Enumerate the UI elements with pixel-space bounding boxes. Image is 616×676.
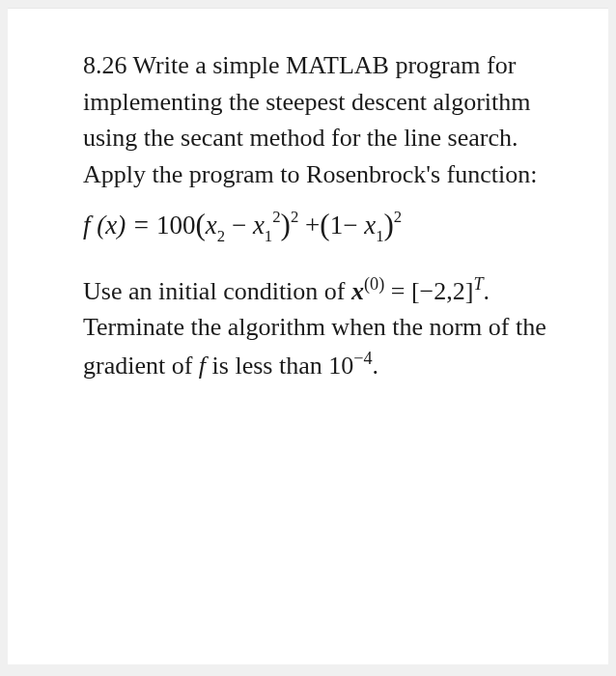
formula-coeff: 100 [156,211,196,239]
document-page: 8.26 Write a simple MATLAB program for i… [8,8,608,664]
problem-number: 8.26 [83,51,127,79]
tolerance: 10−4 [328,352,372,380]
formula-lhs: f (x) = [83,211,150,239]
cond-text-d: is less than [206,352,328,380]
formula-x1: x [364,211,376,239]
problem-intro: Write a simple MATLAB program for implem… [83,51,537,188]
formula-x1sq: x [253,211,265,239]
problem-statement: 8.26 Write a simple MATLAB program for i… [83,47,550,193]
f-symbol: f [199,352,206,380]
x0-super: (0) [364,274,384,294]
x0-value: [−2,2] [411,277,473,305]
formula-one: 1 [330,211,344,239]
formula-x2: x [206,211,217,239]
cond-text-a: Use an initial condition of [83,277,351,305]
rosenbrock-formula: f (x) = 100(x2 − x12)2 +(1− x1)2 [83,207,550,244]
x0-symbol: x [351,277,364,305]
problem-conditions: Use an initial condition of x(0) = [−2,2… [83,271,550,383]
x0-transpose: T [473,274,483,294]
